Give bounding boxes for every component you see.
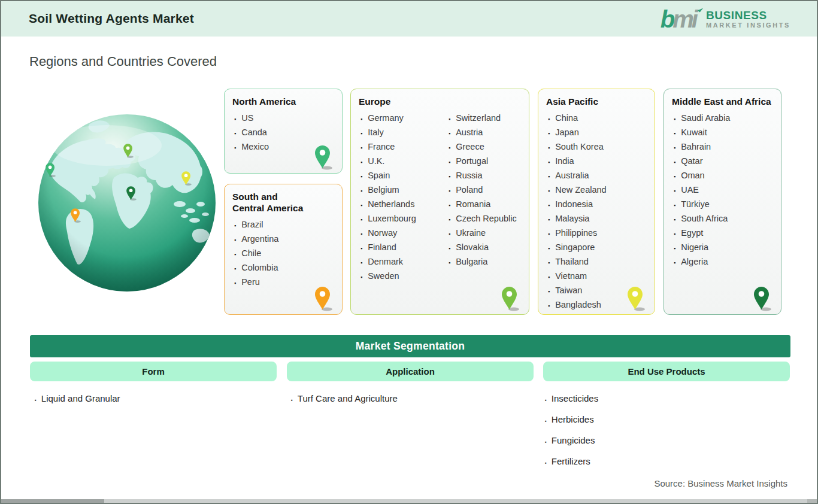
bullet-icon: ▪ (360, 213, 362, 226)
bullet-icon: ▪ (234, 233, 236, 247)
bullet-icon: ▪ (545, 436, 547, 448)
bullet-icon: ▪ (548, 184, 550, 198)
bullet-icon: ▪ (674, 242, 675, 255)
list-item: ▪Türkiye (672, 198, 775, 212)
bullet-icon: ▪ (674, 184, 675, 198)
bullet-icon: ▪ (548, 213, 550, 226)
bullet-icon: ▪ (548, 271, 550, 284)
list-item-label: Indonesia (555, 198, 593, 211)
list-item-label: Bahrain (681, 140, 711, 153)
scrollbar-thumb[interactable] (1, 499, 104, 504)
list-item-label: Peru (241, 275, 260, 289)
list-item: ▪Liquid and Granular (35, 393, 120, 406)
region-country-list: ▪Saudi Arabia▪Kuwait▪Bahrain▪Qatar▪Oman▪… (672, 111, 775, 269)
region-card-middle-east-africa: Middle East and Africa ▪Saudi Arabia▪Kuw… (664, 89, 781, 315)
bmi-logo-mark: bmi (661, 6, 701, 32)
region-country-list-col1: ▪Germany▪Italy▪France▪U.K.▪Spain▪Belgium… (359, 111, 447, 284)
list-item-label: Brazil (241, 218, 263, 231)
bullet-icon: ▪ (674, 156, 675, 169)
bullet-icon: ▪ (449, 127, 450, 140)
list-item-label: New Zealand (555, 183, 606, 196)
region-country-list: ▪Brazil▪Argentina▪Chile▪Colombia▪Peru (232, 218, 336, 290)
list-item: ▪Bahrain (672, 140, 775, 154)
bullet-icon: ▪ (360, 170, 362, 183)
list-item-label: Colombia (241, 261, 278, 274)
list-item: ▪Canda (232, 126, 336, 140)
list-item: ▪South Africa (672, 212, 775, 226)
list-item: ▪Colombia (232, 261, 336, 275)
list-item-label: Slovakia (456, 241, 489, 254)
list-item: ▪U.K. (359, 154, 447, 169)
list-item: ▪Australia (546, 169, 649, 183)
bullet-icon: ▪ (548, 141, 550, 154)
list-item-label: Norway (368, 226, 397, 239)
list-item: ▪Ukraine (447, 226, 517, 241)
list-item-label: Greece (456, 140, 484, 153)
list-item-label: Bangladesh (555, 298, 601, 311)
list-item-label: Denmark (368, 255, 403, 268)
bullet-icon: ▪ (360, 141, 362, 154)
region-country-list-col2: ▪Switzerland▪Austria▪Greece▪Portugal▪Rus… (447, 111, 517, 284)
list-item: ▪Slovakia (447, 241, 517, 255)
list-item: ▪Philippines (546, 226, 649, 241)
bullet-icon: ▪ (449, 213, 450, 226)
bullet-icon: ▪ (234, 277, 236, 290)
list-item: ▪US (232, 111, 336, 126)
bullet-icon: ▪ (545, 394, 547, 406)
list-item-label: Argentina (241, 232, 278, 245)
market-segmentation-header: Market Segmentation (30, 335, 790, 357)
horizontal-scrollbar[interactable] (1, 499, 817, 504)
bullet-icon: ▪ (548, 256, 550, 269)
bullet-icon: ▪ (548, 285, 550, 298)
list-item-label: Herbicides (552, 414, 594, 426)
bullet-icon: ▪ (360, 227, 362, 241)
list-item-label: Spain (368, 169, 390, 182)
list-item-label: Qatar (681, 154, 702, 168)
list-item: ▪Denmark (359, 255, 447, 269)
list-item-label: Malaysia (555, 212, 589, 225)
application-items-list: ▪Turf Care and Agriculture (291, 393, 398, 414)
list-item-label: Finland (368, 241, 396, 254)
list-item-label: South Africa (681, 212, 728, 225)
bullet-icon: ▪ (674, 127, 675, 140)
list-item-label: Chile (241, 247, 261, 260)
list-item: ▪Turf Care and Agriculture (291, 393, 398, 406)
list-item: ▪Malaysia (546, 212, 649, 226)
list-item: ▪Netherlands (359, 198, 447, 212)
list-item: ▪Greece (447, 140, 517, 154)
leaf-accent-icon (698, 6, 703, 12)
bullet-icon: ▪ (674, 170, 675, 183)
list-item-label: Romania (456, 198, 490, 211)
location-pin-icon (501, 286, 520, 311)
globe-icon (37, 113, 217, 293)
bullet-icon: ▪ (234, 141, 236, 154)
list-item: ▪Czech Republic (447, 212, 517, 226)
list-item: ▪Chile (232, 247, 336, 261)
list-item-label: Sweden (368, 269, 399, 283)
list-item-label: Thailand (555, 255, 589, 268)
location-pin-icon (753, 286, 772, 311)
logo-line2: MARKET INSIGHTS (706, 22, 790, 29)
list-item-label: Fertilizers (552, 456, 590, 467)
globe-pin-asia-pacific-icon (181, 171, 192, 186)
list-item: ▪Algeria (672, 255, 775, 269)
list-item: ▪Germany (359, 111, 447, 126)
bullet-icon: ▪ (360, 156, 362, 169)
list-item: ▪Thailand (546, 255, 649, 269)
region-card-europe: Europe ▪Germany▪Italy▪France▪U.K.▪Spain▪… (350, 89, 529, 315)
list-item: ▪Japan (546, 126, 649, 140)
globe-pin-middle-east-africa-icon (126, 186, 137, 201)
bmi-logo-mark-gray: mi (672, 6, 696, 32)
business-market-insights-logo: bmi BUSINESS MARKET INSIGHTS (661, 5, 790, 33)
list-item: ▪Saudi Arabia (672, 111, 775, 126)
bullet-icon: ▪ (234, 248, 236, 261)
region-card-asia-pacific: Asia Pacific ▪China▪Japan▪South Korea▪In… (538, 89, 655, 315)
list-item-label: Saudi Arabia (681, 111, 730, 125)
list-item: ▪China (546, 111, 649, 126)
list-item: ▪Switzerland (447, 111, 517, 126)
end-use-products-items-list: ▪Insecticides▪Herbicides▪Fungicides▪Fert… (545, 393, 598, 476)
list-item-label: Liquid and Granular (41, 393, 120, 405)
list-item: ▪Vietnam (546, 269, 649, 284)
list-item-label: U.K. (368, 154, 384, 168)
bullet-icon: ▪ (449, 170, 450, 183)
